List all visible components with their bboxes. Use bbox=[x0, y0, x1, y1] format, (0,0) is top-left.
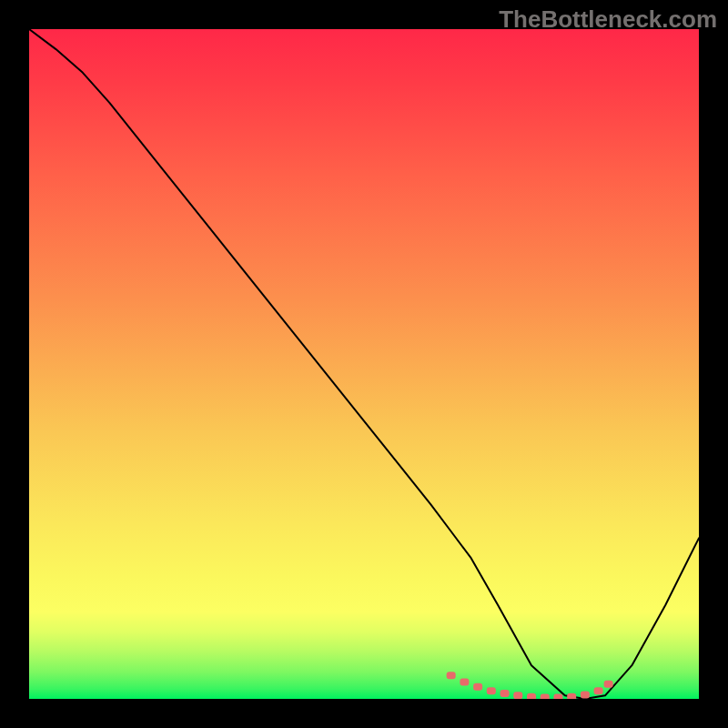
flat-marker-dot bbox=[604, 681, 613, 688]
plot-area bbox=[29, 29, 699, 699]
flat-marker-dot bbox=[500, 690, 510, 697]
flat-marker-dot bbox=[567, 693, 576, 699]
flat-marker-dot bbox=[594, 687, 603, 694]
watermark-text: TheBottleneck.com bbox=[499, 5, 717, 34]
flat-marker-dot bbox=[581, 692, 590, 699]
flat-marker-dot bbox=[553, 694, 562, 699]
flat-marker-dot bbox=[460, 679, 469, 686]
flat-marker-dot bbox=[473, 683, 482, 691]
flat-marker-dot bbox=[447, 672, 456, 679]
flat-region-markers bbox=[447, 672, 613, 699]
flat-marker-dot bbox=[487, 687, 496, 694]
flat-marker-dot bbox=[513, 692, 522, 699]
chart-container: TheBottleneck.com bbox=[0, 0, 728, 728]
flat-marker-dot bbox=[527, 693, 536, 699]
bottleneck-curve bbox=[29, 29, 699, 699]
curve-layer bbox=[29, 29, 699, 699]
flat-marker-dot bbox=[541, 694, 550, 699]
